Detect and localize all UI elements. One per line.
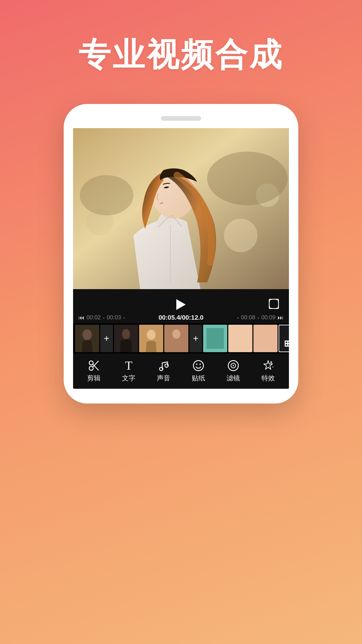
music-icon [158,360,170,372]
tool-filter-label: 滤镜 [227,374,240,383]
timeline-dot3: ● [237,316,239,320]
svg-rect-19 [206,328,224,349]
video-area: ⏮ 00:02 ● 00:03 ● 00:05.4/00:12.0 ● 00:0… [73,128,289,389]
svg-point-4 [207,152,288,205]
svg-point-15 [147,330,156,340]
tool-sticker-label: 贴纸 [192,374,205,383]
fullscreen-icon[interactable] [269,299,279,309]
timeline-left-time1: 00:02 [86,314,101,321]
svg-point-28 [193,361,203,371]
timeline-left-time2: 00:03 [107,314,121,321]
timeline-dot4: ● [257,316,259,320]
tool-audio[interactable]: 声音 [150,360,177,383]
thumb-5 [203,325,227,352]
text-icon: T [125,360,132,372]
filter-icon [227,360,239,372]
svg-line-25 [93,361,99,367]
thumbnail-strip: + [73,323,289,354]
thumb-7 [253,325,278,352]
headline: 专业视频合成 [78,34,284,77]
tool-cut[interactable]: 剪辑 [80,360,107,383]
effect-icon [262,360,274,372]
tool-effect[interactable]: 特效 [255,360,282,383]
svg-rect-21 [253,325,278,352]
svg-point-1 [224,219,257,252]
thumb-add-2[interactable]: + [189,325,202,352]
video-preview[interactable] [73,128,289,289]
timeline-dot2: ● [123,316,125,320]
svg-point-17 [172,329,180,339]
sticker-icon [192,360,204,372]
video-controls: ⏮ 00:02 ● 00:03 ● 00:05.4/00:12.0 ● 00:0… [73,289,289,389]
phone-mockup: ⏮ 00:02 ● 00:03 ● 00:05.4/00:12.0 ● 00:0… [64,104,298,404]
svg-point-30 [199,364,201,365]
timeline-right-time2: 00:09 [261,314,276,321]
svg-point-11 [82,329,92,340]
svg-rect-20 [228,325,252,352]
toolbar: 剪辑 T 文字 声音 [73,354,289,386]
tool-audio-label: 声音 [157,374,170,383]
svg-line-24 [93,364,99,371]
svg-rect-9 [269,299,279,309]
tool-sticker[interactable]: 贴纸 [185,360,212,383]
thumb-add-1[interactable]: + [100,325,113,352]
svg-point-29 [196,364,197,365]
phone-notch [161,116,201,121]
thumb-1 [75,325,99,352]
thumb-2 [114,325,138,352]
thumb-add-last[interactable]: + ⊞ [279,325,289,352]
timeline-dot1: ● [103,316,105,320]
svg-point-35 [270,361,272,363]
svg-point-36 [272,366,274,368]
tool-cut-label: 剪辑 [87,374,101,383]
tool-text-label: 文字 [122,374,135,383]
tool-effect-label: 特效 [261,374,275,383]
tool-text[interactable]: T 文字 [115,360,142,383]
play-button[interactable] [176,299,186,310]
thumb-4 [164,325,188,352]
svg-point-5 [80,175,133,215]
timeline-end-icon: ⏭ [278,314,284,321]
svg-point-33 [233,365,234,366]
timeline-right-time1: 00:08 [241,314,255,321]
thumb-3 [139,325,163,352]
timeline-current-time: 00:05.4/00:12.0 [127,314,235,321]
thumb-6 [228,325,252,352]
svg-point-13 [122,329,130,339]
timeline-row: ⏮ 00:02 ● 00:03 ● 00:05.4/00:12.0 ● 00:0… [73,313,289,323]
scissors-icon [88,360,100,372]
tool-filter[interactable]: 滤镜 [220,360,247,383]
timeline-start-icon: ⏮ [78,314,84,321]
